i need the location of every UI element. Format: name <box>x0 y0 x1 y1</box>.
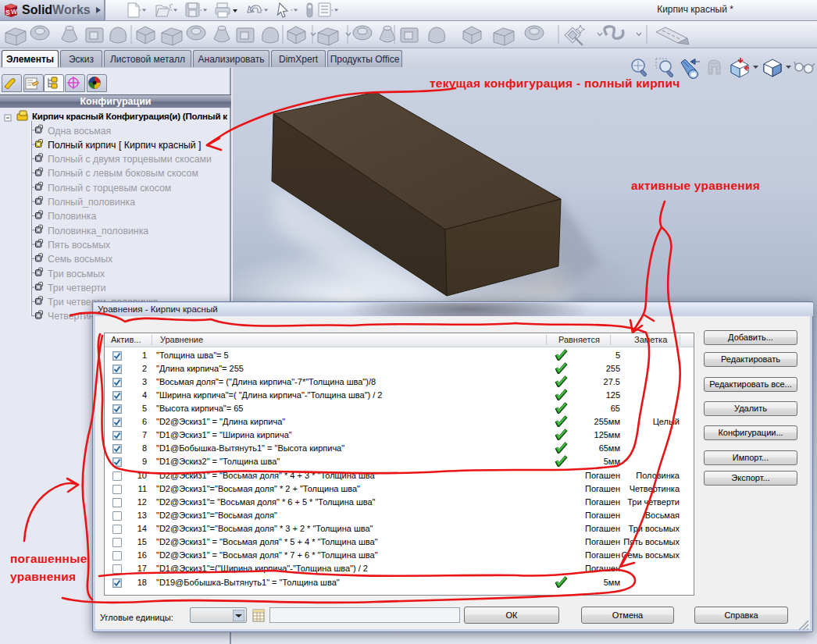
svg-text:W: W <box>11 8 18 16</box>
svg-text:S: S <box>5 9 10 16</box>
